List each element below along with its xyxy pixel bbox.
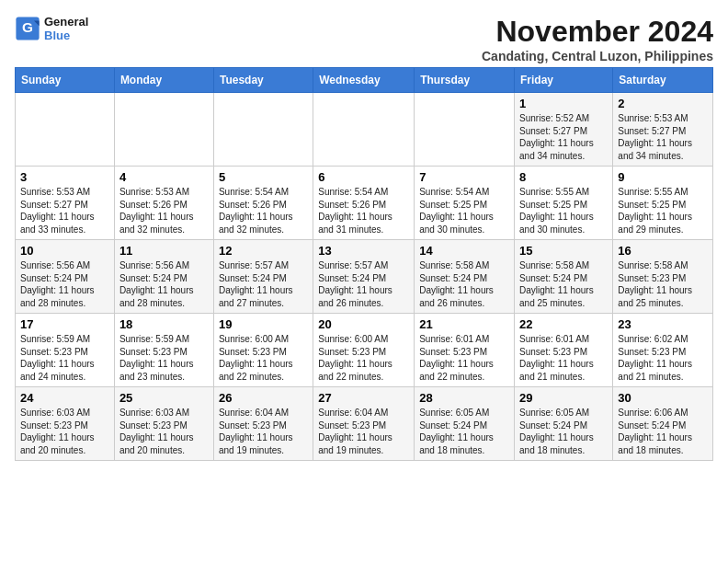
day-number: 13 [318, 244, 409, 258]
calendar-cell [313, 93, 415, 167]
calendar-cell: 21Sunrise: 6:01 AM Sunset: 5:23 PM Dayli… [415, 314, 515, 387]
day-number: 3 [20, 170, 109, 184]
day-number: 11 [119, 244, 209, 258]
column-header-friday: Friday [515, 68, 613, 93]
calendar-cell: 7Sunrise: 5:54 AM Sunset: 5:25 PM Daylig… [415, 167, 515, 240]
title-block: November 2024 Candating, Central Luzon, … [482, 15, 713, 63]
calendar-cell: 3Sunrise: 5:53 AM Sunset: 5:27 PM Daylig… [16, 167, 115, 240]
day-detail: Sunrise: 6:05 AM Sunset: 5:24 PM Dayligh… [419, 407, 509, 456]
day-number: 22 [519, 317, 608, 331]
day-number: 25 [119, 391, 209, 405]
calendar-cell [415, 93, 515, 167]
day-detail: Sunrise: 5:54 AM Sunset: 5:25 PM Dayligh… [419, 186, 509, 236]
day-detail: Sunrise: 5:53 AM Sunset: 5:27 PM Dayligh… [20, 186, 109, 236]
day-detail: Sunrise: 5:52 AM Sunset: 5:27 PM Dayligh… [519, 112, 608, 162]
day-number: 2 [618, 97, 708, 110]
calendar-cell: 28Sunrise: 6:05 AM Sunset: 5:24 PM Dayli… [415, 387, 515, 461]
day-detail: Sunrise: 5:54 AM Sunset: 5:26 PM Dayligh… [318, 186, 409, 236]
day-number: 14 [419, 244, 509, 258]
calendar-cell: 15Sunrise: 5:58 AM Sunset: 5:24 PM Dayli… [515, 240, 613, 314]
calendar-cell: 26Sunrise: 6:04 AM Sunset: 5:23 PM Dayli… [213, 387, 313, 461]
day-detail: Sunrise: 5:57 AM Sunset: 5:24 PM Dayligh… [318, 259, 409, 309]
calendar-cell: 27Sunrise: 6:04 AM Sunset: 5:23 PM Dayli… [313, 387, 415, 461]
day-detail: Sunrise: 6:00 AM Sunset: 5:23 PM Dayligh… [219, 333, 308, 383]
calendar-cell: 8Sunrise: 5:55 AM Sunset: 5:25 PM Daylig… [515, 167, 613, 240]
page-header: G GeneralBlue November 2024 Candating, C… [15, 15, 713, 63]
day-detail: Sunrise: 6:01 AM Sunset: 5:23 PM Dayligh… [519, 333, 608, 383]
day-detail: Sunrise: 5:54 AM Sunset: 5:26 PM Dayligh… [219, 186, 308, 236]
day-detail: Sunrise: 5:58 AM Sunset: 5:24 PM Dayligh… [419, 259, 509, 309]
calendar-cell: 23Sunrise: 6:02 AM Sunset: 5:23 PM Dayli… [613, 314, 713, 387]
calendar-cell: 25Sunrise: 6:03 AM Sunset: 5:23 PM Dayli… [114, 387, 213, 461]
day-number: 24 [20, 391, 109, 405]
day-number: 20 [318, 317, 409, 331]
logo-icon: G [15, 16, 40, 41]
month-year: November 2024 [482, 15, 713, 49]
calendar-cell: 14Sunrise: 5:58 AM Sunset: 5:24 PM Dayli… [415, 240, 515, 314]
day-number: 21 [419, 317, 509, 331]
day-detail: Sunrise: 6:00 AM Sunset: 5:23 PM Dayligh… [318, 333, 409, 383]
day-number: 27 [318, 391, 409, 405]
column-header-wednesday: Wednesday [313, 68, 415, 93]
calendar-table: SundayMondayTuesdayWednesdayThursdayFrid… [15, 67, 713, 461]
day-number: 4 [119, 170, 209, 184]
day-detail: Sunrise: 5:56 AM Sunset: 5:24 PM Dayligh… [20, 259, 109, 309]
calendar-cell [114, 93, 213, 167]
calendar-cell: 16Sunrise: 5:58 AM Sunset: 5:23 PM Dayli… [613, 240, 713, 314]
day-number: 23 [618, 317, 708, 331]
day-number: 29 [519, 391, 608, 405]
column-header-sunday: Sunday [16, 68, 115, 93]
day-detail: Sunrise: 6:03 AM Sunset: 5:23 PM Dayligh… [20, 407, 109, 456]
day-detail: Sunrise: 5:56 AM Sunset: 5:24 PM Dayligh… [119, 259, 209, 309]
day-number: 8 [519, 170, 608, 184]
calendar-cell: 29Sunrise: 6:05 AM Sunset: 5:24 PM Dayli… [515, 387, 613, 461]
week-row-4: 17Sunrise: 5:59 AM Sunset: 5:23 PM Dayli… [16, 314, 713, 387]
day-number: 17 [20, 317, 109, 331]
calendar-cell [16, 93, 115, 167]
day-detail: Sunrise: 5:58 AM Sunset: 5:24 PM Dayligh… [519, 259, 608, 309]
calendar-body: 1Sunrise: 5:52 AM Sunset: 5:27 PM Daylig… [16, 93, 713, 461]
calendar-cell: 19Sunrise: 6:00 AM Sunset: 5:23 PM Dayli… [213, 314, 313, 387]
calendar-cell: 13Sunrise: 5:57 AM Sunset: 5:24 PM Dayli… [313, 240, 415, 314]
day-number: 16 [618, 244, 708, 258]
day-number: 30 [618, 391, 708, 405]
calendar-cell [213, 93, 313, 167]
day-number: 15 [519, 244, 608, 258]
column-header-thursday: Thursday [415, 68, 515, 93]
calendar-cell: 12Sunrise: 5:57 AM Sunset: 5:24 PM Dayli… [213, 240, 313, 314]
day-number: 18 [119, 317, 209, 331]
day-number: 1 [519, 97, 608, 110]
day-detail: Sunrise: 5:57 AM Sunset: 5:24 PM Dayligh… [219, 259, 308, 309]
day-detail: Sunrise: 5:53 AM Sunset: 5:26 PM Dayligh… [119, 186, 209, 236]
logo-text: GeneralBlue [44, 15, 88, 42]
day-detail: Sunrise: 6:01 AM Sunset: 5:23 PM Dayligh… [419, 333, 509, 383]
calendar-cell: 18Sunrise: 5:59 AM Sunset: 5:23 PM Dayli… [114, 314, 213, 387]
day-detail: Sunrise: 5:53 AM Sunset: 5:27 PM Dayligh… [618, 112, 708, 162]
week-row-1: 1Sunrise: 5:52 AM Sunset: 5:27 PM Daylig… [16, 93, 713, 167]
logo: G GeneralBlue [15, 15, 88, 42]
week-row-5: 24Sunrise: 6:03 AM Sunset: 5:23 PM Dayli… [16, 387, 713, 461]
calendar-cell: 30Sunrise: 6:06 AM Sunset: 5:24 PM Dayli… [613, 387, 713, 461]
day-detail: Sunrise: 5:58 AM Sunset: 5:23 PM Dayligh… [618, 259, 708, 309]
week-row-2: 3Sunrise: 5:53 AM Sunset: 5:27 PM Daylig… [16, 167, 713, 240]
calendar-cell: 2Sunrise: 5:53 AM Sunset: 5:27 PM Daylig… [613, 93, 713, 167]
week-row-3: 10Sunrise: 5:56 AM Sunset: 5:24 PM Dayli… [16, 240, 713, 314]
calendar-cell: 5Sunrise: 5:54 AM Sunset: 5:26 PM Daylig… [213, 167, 313, 240]
day-detail: Sunrise: 6:05 AM Sunset: 5:24 PM Dayligh… [519, 407, 608, 456]
column-header-tuesday: Tuesday [213, 68, 313, 93]
day-detail: Sunrise: 5:59 AM Sunset: 5:23 PM Dayligh… [119, 333, 209, 383]
calendar-cell: 6Sunrise: 5:54 AM Sunset: 5:26 PM Daylig… [313, 167, 415, 240]
calendar-cell: 22Sunrise: 6:01 AM Sunset: 5:23 PM Dayli… [515, 314, 613, 387]
day-detail: Sunrise: 5:59 AM Sunset: 5:23 PM Dayligh… [20, 333, 109, 383]
day-number: 10 [20, 244, 109, 258]
calendar-cell: 9Sunrise: 5:55 AM Sunset: 5:25 PM Daylig… [613, 167, 713, 240]
column-header-monday: Monday [114, 68, 213, 93]
day-number: 12 [219, 244, 308, 258]
day-detail: Sunrise: 6:02 AM Sunset: 5:23 PM Dayligh… [618, 333, 708, 383]
day-detail: Sunrise: 6:04 AM Sunset: 5:23 PM Dayligh… [318, 407, 409, 456]
calendar-cell: 24Sunrise: 6:03 AM Sunset: 5:23 PM Dayli… [16, 387, 115, 461]
calendar-cell: 1Sunrise: 5:52 AM Sunset: 5:27 PM Daylig… [515, 93, 613, 167]
day-detail: Sunrise: 6:03 AM Sunset: 5:23 PM Dayligh… [119, 407, 209, 456]
calendar-cell: 4Sunrise: 5:53 AM Sunset: 5:26 PM Daylig… [114, 167, 213, 240]
calendar-cell: 20Sunrise: 6:00 AM Sunset: 5:23 PM Dayli… [313, 314, 415, 387]
